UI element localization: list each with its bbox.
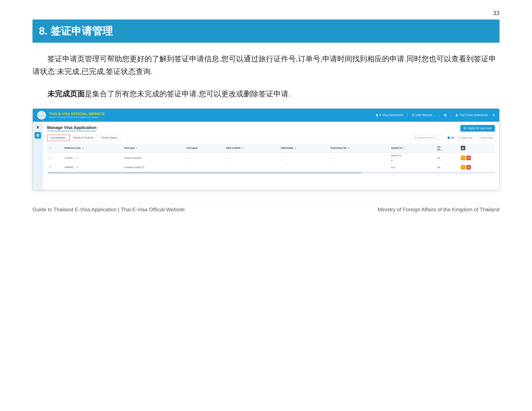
app-main: Manage Visa Application Apply for new vi… [43,122,499,190]
svg-rect-14 [459,137,461,139]
search-placeholder: Reference No./T... [418,136,437,139]
sidebar-home-icon[interactable] [35,124,41,131]
row2-actions: ✎ 🗑 [459,163,495,171]
row1-checkbox[interactable] [47,152,63,163]
row1-submit-to: Royal ThaiC... ...l,X... [389,152,435,163]
intro-paragraph: 签证申请页管理可帮助您更好的了解到签证申请信息.您可以通过旅行证件号,订单号,申… [32,52,500,78]
col-dob: Date of Birth ⇵ [224,144,279,152]
row1-dob: - [224,152,279,163]
row2-checkbox[interactable] [47,163,63,171]
nav-dashboard[interactable]: E-Visa Dashboard [376,113,403,117]
manage-title: Manage Visa Application [47,125,96,131]
row2-fullname: - [185,163,224,171]
nav-bell[interactable] [444,114,447,117]
row1-visa-type: Tourist Visa(TR) [122,152,185,163]
copy-icon-header[interactable]: ▣ [461,146,465,150]
row2-travel-doc: - [328,163,389,171]
svg-point-12 [415,137,416,138]
main-header-row: Manage Visa Application Apply for new vi… [47,125,495,131]
highlight-paragraph: 未完成页面是集合了所有您未完成的签证申请.您可以更改或删除签证申请. [32,87,500,100]
tab-check-status[interactable]: Check Status [97,135,121,141]
highlight-bold-text: 未完成页面 [48,90,85,98]
search-row: Reference No./T... All Start Date End Da… [412,135,495,140]
brand-white: THAI E-VISA [49,112,71,116]
app-brand: THAI E-VISA OFFICIAL WEBSITE Ministry of… [49,112,105,118]
nav-manual[interactable]: User Manual ⌄ [412,113,436,117]
app-header: TH THAI E-VISA OFFICIAL WEBSITE Ministry… [33,109,499,122]
radio-all-label: All [451,136,454,139]
brand-yellow: OFFICIAL WEBSITE [71,112,105,116]
end-date-field[interactable]: End Date [477,135,495,140]
col-nationality: Nationality ⇵ [279,144,328,152]
nav-separator-2: | [439,114,440,117]
horizontal-scrollbar[interactable] [47,172,495,174]
row1-nationality: - [279,152,328,163]
row2-edit-button[interactable]: ✎ [461,165,465,169]
row1-actions: ✎ 🗑 [459,152,495,163]
svg-line-13 [416,138,417,139]
col-actions: ▣ [459,144,495,152]
nav-separator-3: | [451,114,451,117]
table-row: XIY001... ▼ Tourist Visa(TR) - - - - Roy… [47,152,495,163]
row1-ref: XIY001... ▼ [63,152,122,163]
app-body: Manage Visa Application Apply for new vi… [33,122,499,190]
nav-separator-1: | [407,114,408,117]
tabs-row: Incomplete Ready to Submit Check Status … [47,134,495,141]
svg-rect-6 [37,134,39,137]
app-sidebar [33,122,43,190]
col-ref-no: Reference No. ⇵ [63,144,122,152]
row1-last-date: 02... [435,152,459,163]
radio-all-btn[interactable] [447,136,450,139]
app-brand-title: THAI E-VISA OFFICIAL WEBSITE [49,112,105,116]
highlight-rest-text: 是集合了所有您未完成的签证申请.您可以更改或删除签证申请. [85,90,291,98]
footer-left: Guide to Thailand E-Visa Application | T… [32,206,185,213]
visa-table: Reference No. ⇵ Visa type ⇵ Full name Da… [47,144,495,171]
page-footer: Guide to Thailand E-Visa Application | T… [32,203,500,213]
radio-all[interactable]: All [447,136,454,139]
row1-travel-doc: - [328,152,389,163]
search-box[interactable]: Reference No./T... [412,135,445,140]
col-last-date: La...Da... [435,144,459,152]
col-visa-type: Visa type ⇵ [122,144,185,152]
svg-rect-18 [480,137,482,139]
col-checkbox[interactable] [47,144,63,152]
row2-dob: - [224,163,279,171]
table-row: PAR001... ▼ Courtesy Visa(CY) - - - - Em… [47,163,495,171]
row2-delete-button[interactable]: 🗑 [466,165,471,169]
table-header-row: Reference No. ⇵ Visa type ⇵ Full name Da… [47,144,495,152]
row1-edit-button[interactable]: ✎ [461,156,465,160]
tab-incomplete[interactable]: Incomplete [47,134,69,141]
row1-delete-button[interactable]: 🗑 [466,156,471,160]
row2-nationality: - [279,163,328,171]
tab-ready-to-submit[interactable]: Ready to Submit [69,135,97,141]
start-date-label: Start Date [462,136,473,139]
col-submit-to: Submit to ⇵ [389,144,435,152]
footer-right: Ministry of Foreign Affairs of the Kingd… [378,206,500,213]
app-screenshot: TH THAI E-VISA OFFICIAL WEBSITE Ministry… [32,108,500,190]
row2-visa-type: Courtesy Visa(CY) [122,163,185,171]
nav-user[interactable]: Thai Evisa (Individual) [455,113,488,117]
sidebar-document-icon[interactable] [35,132,41,139]
app-logo: TH [37,111,46,119]
svg-point-5 [456,114,457,115]
section-title: 8. 签证申请管理 [39,25,113,37]
row2-ref: PAR001... ▼ [63,163,122,171]
row1-fullname: - [185,152,224,163]
row2-submit-to: Em... [389,163,435,171]
end-date-label: End Date [483,136,493,139]
select-all-checkbox[interactable] [49,147,51,149]
start-date-field[interactable]: Start Date [456,135,475,140]
apply-new-visa-button[interactable]: Apply for new visa [460,125,495,131]
nav-logout[interactable] [492,114,495,117]
app-brand-sub: Ministry of Foreign Affairs of the Kingd… [49,116,105,118]
section-header: 8. 签证申请管理 [32,19,500,43]
scrollbar-thumb [48,172,361,173]
row2-last-date: 28... [435,163,459,171]
page-number: 33 [493,10,500,17]
svg-text:TH: TH [40,114,43,116]
app-header-nav: E-Visa Dashboard | User Manual ⌄ | | Tha… [376,113,495,117]
col-travel-doc: Travel Doc No. ⇵ [328,144,389,152]
col-full-name: Full name [185,144,224,152]
